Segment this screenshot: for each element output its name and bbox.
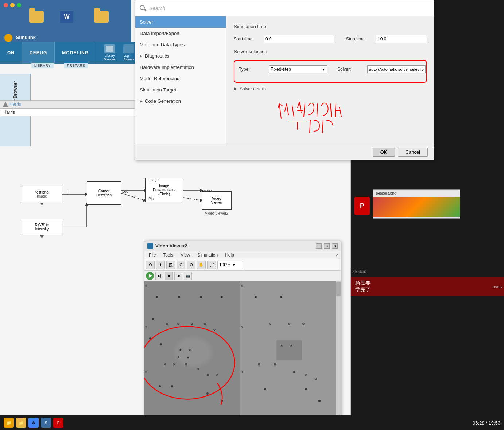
minimize-button[interactable] bbox=[10, 3, 15, 7]
menu-item-math-data-types[interactable]: Math and Data Types bbox=[135, 39, 226, 50]
block-rgb-intensity[interactable]: R'G'B' tointensity bbox=[22, 219, 62, 235]
x-r-4: ✕ bbox=[257, 363, 260, 366]
star-4: ★ bbox=[186, 355, 190, 359]
vv-zoom-select[interactable]: 100% ▼ bbox=[217, 261, 243, 269]
svg-line-4 bbox=[121, 193, 145, 200]
block-video-viewer[interactable]: VideoViewer bbox=[202, 191, 232, 210]
dot-5 bbox=[152, 318, 154, 320]
model-name-text: Harris bbox=[3, 110, 15, 115]
home-icon[interactable] bbox=[3, 102, 8, 107]
vv-menu-help[interactable]: Help bbox=[222, 253, 237, 258]
vv-tool-zoom-out[interactable]: ⊖ bbox=[187, 261, 195, 269]
maximize-button[interactable] bbox=[17, 3, 21, 7]
folder-icon-1[interactable] bbox=[29, 11, 44, 23]
vv-tool-info[interactable]: ℹ bbox=[156, 261, 165, 269]
taskbar-icon-app1[interactable]: S bbox=[41, 418, 51, 428]
star-3: ★ bbox=[177, 355, 180, 359]
y-axis-right-3: 3 bbox=[241, 325, 243, 329]
stop-time-input[interactable] bbox=[376, 35, 427, 43]
image-label-block: Image bbox=[148, 178, 159, 182]
code-gen-arrow: ▶ bbox=[140, 99, 143, 103]
star-r-2: ★ bbox=[290, 343, 293, 347]
search-placeholder[interactable]: Search bbox=[149, 5, 165, 11]
type-label: Type: bbox=[239, 67, 264, 72]
star-r-1: ★ bbox=[280, 343, 283, 347]
vv-menu-view[interactable]: View bbox=[178, 253, 193, 258]
menu-item-diagnostics[interactable]: ▶ Diagnostics bbox=[135, 50, 226, 62]
ppt-icon[interactable]: P bbox=[354, 197, 370, 215]
vv-menu-file[interactable]: File bbox=[146, 253, 159, 258]
vv-expand-btn[interactable]: ⤢ bbox=[335, 252, 339, 258]
dot-r-2 bbox=[280, 296, 282, 298]
x-6: ✕ bbox=[163, 363, 166, 366]
solver-selection-section: Solver selection Type: Fixed-step ▼ Solv… bbox=[234, 49, 427, 91]
vv-tool-picture[interactable]: 🖼 bbox=[166, 261, 175, 269]
dot-3 bbox=[200, 296, 202, 298]
folder-icon-word[interactable]: W bbox=[60, 11, 73, 23]
tab-on[interactable]: ON bbox=[3, 49, 19, 57]
solver-selection-box: Type: Fixed-step ▼ Solver: auto (Automat… bbox=[234, 60, 427, 83]
config-menu: Solver Data Import/Export Math and Data … bbox=[135, 16, 226, 148]
vv-title-icon bbox=[147, 243, 153, 249]
taskbar-chrome-icon: ⊕ bbox=[32, 420, 35, 425]
vv-tool-nav[interactable]: ⊙ bbox=[146, 261, 155, 269]
simulink-app-label: Simulink bbox=[4, 34, 36, 42]
folder-icon-2[interactable] bbox=[94, 11, 109, 23]
vv-tool-pan[interactable]: ✋ bbox=[197, 261, 206, 269]
menu-item-code-gen[interactable]: ▶ Code Generation bbox=[135, 95, 226, 107]
menu-item-sim-target[interactable]: Simulation Target bbox=[135, 84, 226, 95]
solver-details-row[interactable]: Solver details bbox=[234, 86, 427, 91]
menu-item-data-import[interactable]: Data Import/Export bbox=[135, 28, 226, 39]
taskbar-icon-chrome[interactable]: ⊕ bbox=[28, 418, 39, 428]
tab-modeling[interactable]: MODELING bbox=[58, 49, 93, 57]
close-button[interactable] bbox=[4, 3, 8, 7]
vv-tool-fit[interactable]: ⛶ bbox=[207, 261, 216, 269]
vv-menu-simulation[interactable]: Simulation bbox=[194, 253, 221, 258]
library-browser-button[interactable]: LibraryBrowser bbox=[101, 44, 119, 61]
vv-minimize-btn[interactable]: — bbox=[316, 243, 322, 249]
type-select-value: Fixed-step bbox=[271, 67, 291, 72]
taskbar-icon-folder1[interactable]: 📁 bbox=[4, 418, 14, 428]
mac-window-controls bbox=[4, 3, 21, 7]
handwriting-annotation bbox=[278, 97, 358, 140]
solver-details-arrow bbox=[234, 87, 237, 91]
vv-stop-btn[interactable]: ■ bbox=[165, 272, 173, 280]
breadcrumb-link[interactable]: Harris bbox=[9, 102, 21, 107]
solver-select[interactable]: auto (Automatic solver selection bbox=[367, 65, 426, 73]
tab-debug[interactable]: DEBUG bbox=[25, 49, 51, 57]
vv-close-btn[interactable]: ✕ bbox=[332, 243, 338, 249]
menu-item-hardware[interactable]: Hardware Implementation bbox=[135, 62, 226, 73]
block-image-label: Image bbox=[37, 194, 47, 198]
vv-scrollbar[interactable] bbox=[336, 281, 341, 430]
config-search-bar: Search bbox=[135, 0, 434, 16]
block-test-png[interactable]: test.png Image bbox=[22, 186, 62, 202]
taskbar-app2-icon: P bbox=[57, 421, 60, 425]
vv-camera-btn[interactable]: 📷 bbox=[184, 272, 192, 280]
log-signals-button[interactable]: LogSignals bbox=[123, 44, 134, 61]
diagnostics-arrow: ▶ bbox=[140, 54, 143, 58]
vv-maximize-btn[interactable]: □ bbox=[324, 243, 330, 249]
x-r-1: ✕ bbox=[269, 322, 272, 326]
menu-item-solver[interactable]: Solver bbox=[135, 16, 226, 28]
vv-step-fwd-btn[interactable]: ▶| bbox=[155, 272, 163, 280]
menu-item-data-import-label: Data Import/Export bbox=[140, 31, 179, 36]
type-select[interactable]: Fixed-step ▼ bbox=[269, 65, 327, 73]
menu-item-model-ref[interactable]: Model Referencing bbox=[135, 73, 226, 84]
dot-6 bbox=[149, 337, 151, 340]
vv-play-button[interactable] bbox=[146, 272, 154, 280]
vv-menu-tools[interactable]: Tools bbox=[160, 253, 176, 258]
tab-modeling-section: MODELING bbox=[55, 42, 96, 64]
vv-record-btn[interactable]: ⏺ bbox=[174, 272, 182, 280]
scrollbar-thumb[interactable] bbox=[336, 282, 341, 296]
cancel-button[interactable]: Cancel bbox=[398, 148, 428, 157]
block-corner-detection[interactable]: CornerDetection bbox=[87, 181, 121, 205]
block-rgb-label: R'G'B' tointensity bbox=[35, 223, 49, 231]
dot-8 bbox=[159, 385, 161, 387]
taskbar-icon-folder2[interactable]: 📁 bbox=[16, 418, 26, 428]
stop-time-label: Stop time: bbox=[346, 36, 372, 42]
taskbar-icon-app2[interactable]: P bbox=[53, 418, 63, 428]
start-time-input[interactable] bbox=[264, 35, 334, 43]
vv-titlebar: Video Viewer2 — □ ✕ bbox=[144, 241, 341, 251]
vv-tool-zoom-in[interactable]: ⊕ bbox=[177, 261, 185, 269]
ok-button[interactable]: OK bbox=[373, 148, 395, 157]
